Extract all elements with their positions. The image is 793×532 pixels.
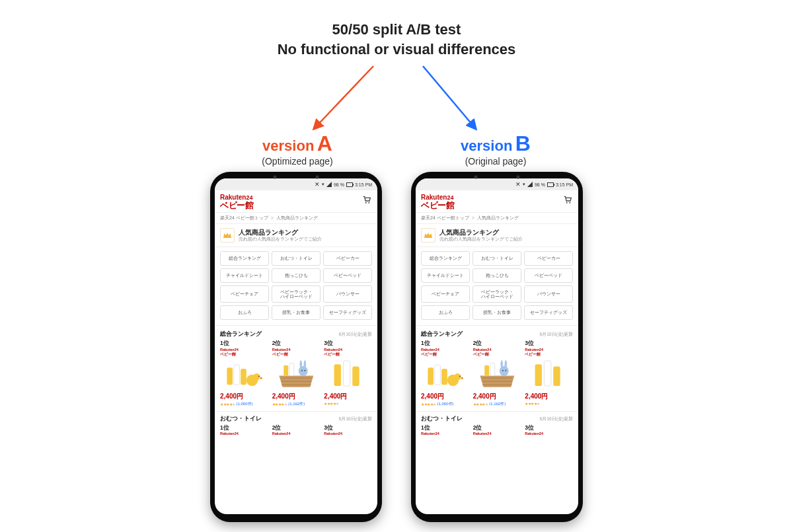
price: 2,400円 xyxy=(220,392,268,401)
version-a-label: version A (Optimized page) xyxy=(211,132,383,167)
status-bar: ✕ ▾ 98 % 3:15 PM xyxy=(416,178,578,190)
product-thumb xyxy=(525,356,573,391)
breadcrumb[interactable]: 楽天24 ベビー館トップ > 人気商品ランキング xyxy=(416,213,578,224)
rating: ★★★★★(1,162件) xyxy=(272,401,321,407)
svg-rect-40 xyxy=(545,361,551,386)
category-chip[interactable]: 授乳・お食事 xyxy=(272,305,321,320)
price: 2,400円 xyxy=(421,392,469,401)
svg-rect-41 xyxy=(554,367,560,386)
signal-icon xyxy=(326,182,332,187)
category-chip[interactable]: 抱っこひも xyxy=(272,268,321,283)
review-count: (1,000件) xyxy=(237,401,253,407)
app-header: Rakuten24 ベビー館 xyxy=(416,190,578,213)
svg-rect-32 xyxy=(484,365,489,376)
category-chip[interactable]: ベビーカー xyxy=(524,251,573,266)
mini-brand: Rakuten24ベビー館 xyxy=(421,348,469,356)
phone-screen: ✕ ▾ 98 % 3:15 PM Rakuten24 ベビー館 xyxy=(215,178,377,514)
breadcrumb[interactable]: 楽天24 ベビー館トップ > 人気商品ランキング xyxy=(215,213,377,224)
page-title-row: 人気商品ランキング 売れ筋の人気商品をランキングでご紹介 xyxy=(416,224,578,247)
battery-pct: 98 % xyxy=(535,182,545,187)
stars-icon: ★★★★★ xyxy=(220,402,235,406)
page-title-row: 人気商品ランキング 売れ筋の人気商品をランキングでご紹介 xyxy=(215,224,377,247)
rating: ★★★★★(1,000件) xyxy=(421,401,469,407)
category-chip[interactable]: 抱っこひも xyxy=(472,268,521,283)
arrow-to-b xyxy=(423,66,476,129)
status-bar: ✕ ▾ 98 % 3:15 PM xyxy=(215,178,377,190)
category-chip[interactable]: ベビーラック・ ハイローベッド xyxy=(272,285,321,303)
rank-label: 1位 xyxy=(220,340,268,348)
app-header: Rakuten24 ベビー館 xyxy=(215,190,377,213)
category-chip[interactable]: チャイルドシート xyxy=(421,268,470,283)
category-chip[interactable]: ベビーチェア xyxy=(220,285,269,303)
svg-rect-2 xyxy=(227,368,233,385)
page-subtitle: 売れ筋の人気商品をランキングでご紹介 xyxy=(239,237,322,242)
rank-label: 2位 xyxy=(473,340,521,348)
phones-row: ✕ ▾ 98 % 3:15 PM Rakuten24 ベビー館 xyxy=(0,172,793,522)
rank-col: 1位Rakuten24 xyxy=(421,424,469,436)
category-chip[interactable]: 総合ランキング xyxy=(220,251,269,266)
svg-rect-20 xyxy=(353,367,359,386)
cart-icon[interactable] xyxy=(361,194,372,205)
page-subtitle: 売れ筋の人気商品をランキングでご紹介 xyxy=(439,237,523,242)
price: 2,400円 xyxy=(324,392,372,401)
title-line-1: 50/50 split A/B test xyxy=(0,20,793,40)
title-line-2: No functional or visual differences xyxy=(0,40,793,59)
product-card[interactable]: 1位Rakuten24ベビー館 2,400円★★★★★(1,000件) xyxy=(220,340,268,407)
clock: 3:15 PM xyxy=(355,182,372,187)
battery-icon xyxy=(547,182,554,187)
svg-point-28 xyxy=(459,376,461,377)
category-chip[interactable]: ベビーベッド xyxy=(524,268,573,283)
category-chip[interactable]: ベビーベッド xyxy=(323,268,372,283)
product-card[interactable]: 2位Rakuten24ベビー館 2,400円★★★★★(1,162件) xyxy=(473,340,521,407)
rating: ★★★★★(1,162件) xyxy=(473,401,521,407)
cart-icon[interactable] xyxy=(562,194,573,205)
stars-icon: ★★★★★ xyxy=(525,401,540,406)
rating: ★★★★★(1,000件) xyxy=(220,401,268,407)
phone-screen: ✕ ▾ 98 % 3:15 PM Rakuten24 ベビー館 xyxy=(416,178,578,514)
category-chip[interactable]: 総合ランキング xyxy=(421,251,470,266)
category-chip[interactable]: ベビーラック・ ハイローベッド xyxy=(472,285,521,303)
review-count: (1,162件) xyxy=(489,401,506,407)
crown-icon xyxy=(421,228,435,243)
category-chip[interactable]: バウンサー xyxy=(323,285,372,303)
review-count: (1,000件) xyxy=(437,401,454,407)
brand-logo[interactable]: Rakuten24 ベビー館 xyxy=(220,194,253,209)
svg-point-36 xyxy=(504,360,506,368)
category-chip[interactable]: セーフティグッズ xyxy=(524,305,573,320)
product-card[interactable]: 3位Rakuten24ベビー館 2,400円★★★★★ xyxy=(324,340,372,407)
signal-icon xyxy=(527,182,533,187)
rank-label: 3位 xyxy=(324,340,372,348)
svg-rect-12 xyxy=(289,363,294,376)
page-title: 人気商品ランキング xyxy=(239,229,322,237)
brand-logo[interactable]: Rakuten24 ベビー館 xyxy=(421,194,454,209)
svg-point-35 xyxy=(500,360,502,368)
category-chip[interactable]: バウンサー xyxy=(524,285,573,303)
product-card[interactable]: 2位Rakuten24ベビー館 2,400円★★★★★(1,162件) xyxy=(272,340,321,407)
category-chip[interactable]: ベビーチェア xyxy=(421,285,470,303)
phone-frame: ✕ ▾ 98 % 3:15 PM Rakuten24 ベビー館 xyxy=(411,172,583,522)
stars-icon: ★★★★★ xyxy=(473,402,488,406)
product-thumb xyxy=(220,356,268,391)
mini-brand: Rakuten24ベビー館 xyxy=(525,348,573,356)
category-chip[interactable]: 授乳・お食事 xyxy=(472,305,521,320)
section-2-head: おむつ・トイレ 6月10日(金)更新 xyxy=(416,412,578,424)
rank-col: 2位Rakuten24 xyxy=(473,424,521,436)
svg-point-7 xyxy=(258,376,260,377)
category-chip[interactable]: セーフティグッズ xyxy=(323,305,372,320)
category-chip[interactable]: おむつ・トイレ xyxy=(272,251,321,266)
category-chip[interactable]: おふろ xyxy=(421,305,470,320)
diagram-title: 50/50 split A/B test No functional or vi… xyxy=(0,20,793,59)
battery-icon xyxy=(346,182,353,187)
svg-rect-19 xyxy=(344,361,350,386)
category-chip[interactable]: おむつ・トイレ xyxy=(472,251,521,266)
product-card[interactable]: 3位Rakuten24ベビー館 2,400円★★★★★ xyxy=(525,340,573,407)
stars-icon: ★★★★★ xyxy=(272,402,287,406)
category-chip-grid: 総合ランキングおむつ・トイレベビーカーチャイルドシート抱っこひもベビーベッドベビ… xyxy=(215,247,377,326)
product-card[interactable]: 1位Rakuten24ベビー館 2,400円★★★★★(1,000件) xyxy=(421,340,469,407)
rank-label: 1位 xyxy=(421,340,469,348)
mini-brand: Rakuten24ベビー館 xyxy=(473,348,521,356)
svg-rect-11 xyxy=(283,365,288,376)
category-chip[interactable]: おふろ xyxy=(220,305,269,320)
category-chip[interactable]: ベビーカー xyxy=(323,251,372,266)
category-chip[interactable]: チャイルドシート xyxy=(220,268,269,283)
